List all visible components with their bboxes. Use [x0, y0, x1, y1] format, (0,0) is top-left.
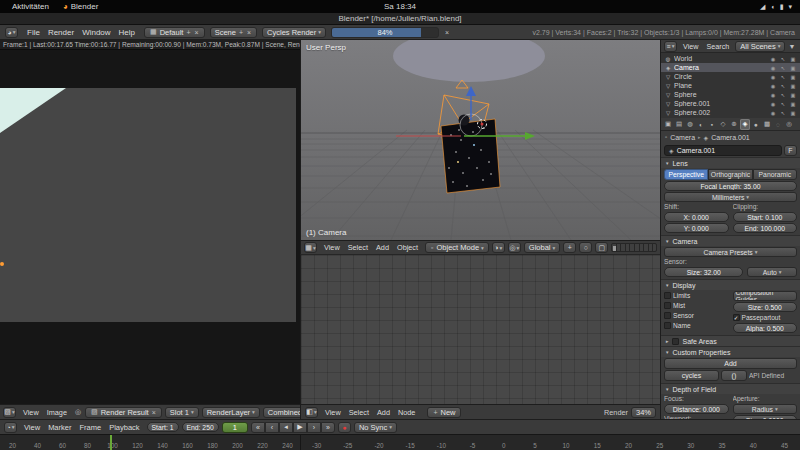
- properties-tab-icon[interactable]: ◇: [718, 119, 728, 130]
- render-percent-slider[interactable]: 34%: [631, 407, 656, 418]
- passepartout-alpha-field[interactable]: Alpha: 0.500: [733, 323, 798, 333]
- manipulator-scale-icon[interactable]: ▢: [595, 242, 608, 253]
- visibility-eye-icon[interactable]: ◉: [769, 101, 777, 107]
- play-reverse-button[interactable]: ◂: [279, 422, 293, 433]
- editor-type-button[interactable]: ◧▾: [305, 407, 318, 418]
- prev-keyframe-button[interactable]: ‹: [265, 422, 279, 433]
- close-icon[interactable]: ×: [194, 29, 200, 36]
- editor-type-button[interactable]: ▦▾: [304, 242, 317, 253]
- render-layer-select[interactable]: RenderLayer▾: [202, 407, 260, 418]
- outliner-item[interactable]: ◈ Camera ◉ ↖ ▣: [661, 63, 800, 72]
- properties-tab-icon[interactable]: ◐: [696, 119, 706, 130]
- editor-type-button[interactable]: ≡▾: [664, 41, 677, 52]
- visibility-eye-icon[interactable]: ◉: [769, 83, 777, 89]
- add-property-button[interactable]: Add: [664, 358, 797, 369]
- render-toggle-icon[interactable]: ▣: [789, 92, 797, 98]
- safe-areas-checkbox[interactable]: [672, 338, 679, 345]
- display-toggle[interactable]: Name: [664, 321, 729, 330]
- outliner-item[interactable]: ▽ Circle ◉ ↖ ▣: [661, 72, 800, 81]
- filter-icon[interactable]: ▼: [787, 43, 796, 50]
- outliner-item[interactable]: ▽ Sphere.002 ◉ ↖ ▣: [661, 108, 800, 117]
- selectability-cursor-icon[interactable]: ↖: [779, 92, 787, 98]
- outliner-item[interactable]: ◍ World ◉ ↖ ▣: [661, 54, 800, 63]
- render-toggle-icon[interactable]: ▣: [789, 56, 797, 62]
- visibility-eye-icon[interactable]: ◉: [769, 92, 777, 98]
- clip-start-field[interactable]: Start: 0.100: [733, 212, 798, 222]
- properties-tab-icon[interactable]: ◌: [773, 119, 783, 130]
- object-name[interactable]: Sphere.001: [674, 100, 767, 107]
- shift-y-field[interactable]: Y: 0.000: [664, 223, 729, 233]
- menu-item[interactable]: Add: [372, 243, 393, 252]
- editor-type-button[interactable]: ◕▾: [5, 27, 18, 38]
- panel-header-safe-areas[interactable]: ►Safe Areas: [661, 335, 800, 346]
- menu-item[interactable]: Search: [702, 42, 733, 51]
- cancel-render-icon[interactable]: ×: [444, 29, 450, 36]
- plus-icon[interactable]: +: [238, 29, 244, 36]
- layers-widget[interactable]: [611, 243, 657, 252]
- node-editor-canvas[interactable]: [300, 254, 660, 404]
- activities-button[interactable]: Aktivitäten: [8, 2, 53, 11]
- plus-icon[interactable]: +: [185, 29, 191, 36]
- panel-header-custom-properties[interactable]: ▼Custom Properties: [661, 346, 800, 357]
- lens-type-tab[interactable]: Perspective: [664, 169, 708, 180]
- volume-icon[interactable]: ◖: [770, 3, 774, 11]
- properties-tab-icon[interactable]: ◍: [685, 119, 695, 130]
- properties-tab-icon[interactable]: ▪: [707, 119, 717, 130]
- properties-tab-icon[interactable]: ⊕: [729, 119, 739, 130]
- manipulator-rotate-icon[interactable]: ○: [579, 242, 592, 253]
- outliner-item[interactable]: ▽ Plane ◉ ↖ ▣: [661, 81, 800, 90]
- window-titlebar[interactable]: Blender* [/home/Julien/Rian.blend]: [0, 13, 800, 25]
- frame-end-field[interactable]: End: 250: [182, 422, 219, 432]
- pivot-center-button[interactable]: ◎▾: [508, 242, 521, 253]
- menu-item[interactable]: Help: [115, 28, 139, 37]
- properties-tab-icon[interactable]: ●: [751, 119, 761, 130]
- shift-x-field[interactable]: X: 0.000: [664, 212, 729, 222]
- selectability-cursor-icon[interactable]: ↖: [779, 101, 787, 107]
- fake-user-button[interactable]: F: [784, 145, 797, 156]
- menu-item[interactable]: Select: [345, 408, 373, 417]
- timeline-ruler-seconds[interactable]: -30-25-20-15-10-5051015202530354045: [300, 434, 800, 450]
- new-datablock-button[interactable]: +New: [427, 407, 460, 418]
- menu-item[interactable]: View: [19, 408, 43, 417]
- object-name[interactable]: Sphere.002: [674, 109, 767, 116]
- outliner-item[interactable]: ▽ Sphere.001 ◉ ↖ ▣: [661, 99, 800, 108]
- network-icon[interactable]: ◢: [760, 3, 765, 11]
- app-menu[interactable]: ◕ Blender: [63, 2, 98, 11]
- selectability-cursor-icon[interactable]: ↖: [779, 74, 787, 80]
- object-name[interactable]: Plane: [674, 82, 767, 89]
- pin-icon[interactable]: ◎: [74, 408, 82, 416]
- menu-item[interactable]: View: [20, 423, 44, 432]
- interaction-mode-select[interactable]: ▫Object Mode▾: [425, 242, 489, 253]
- menu-item[interactable]: Render: [44, 28, 78, 37]
- properties-tab-icon[interactable]: ▤: [674, 119, 684, 130]
- battery-icon[interactable]: ▮: [780, 3, 784, 11]
- breadcrumb-data[interactable]: Camera.001: [711, 134, 750, 141]
- menu-item[interactable]: Marker: [44, 423, 75, 432]
- render-toggle-icon[interactable]: ▣: [789, 65, 797, 71]
- object-name[interactable]: World: [674, 55, 767, 62]
- next-keyframe-button[interactable]: ›: [307, 422, 321, 433]
- lens-type-tab[interactable]: Orthographic: [708, 169, 752, 180]
- outliner-item[interactable]: ▽ Sphere ◉ ↖ ▣: [661, 90, 800, 99]
- render-pass-select[interactable]: Combined▾: [263, 407, 300, 418]
- editor-type-button[interactable]: ▨▾: [3, 407, 16, 418]
- display-toggle[interactable]: Limits: [664, 291, 729, 300]
- datablock-name-field[interactable]: ◈Camera.001: [664, 145, 782, 156]
- properties-tab-icon[interactable]: ◎: [784, 119, 794, 130]
- transform-orientation-select[interactable]: Global▾: [524, 242, 560, 253]
- menu-item[interactable]: View: [320, 243, 344, 252]
- close-icon[interactable]: ×: [246, 29, 252, 36]
- menu-item[interactable]: Playback: [105, 423, 143, 432]
- timeline-ruler-frames[interactable]: 20406080100120140160180200220240: [0, 434, 300, 450]
- selectability-cursor-icon[interactable]: ↖: [779, 83, 787, 89]
- camera-presets-select[interactable]: Camera Presets▾: [664, 247, 797, 257]
- menu-item[interactable]: Frame: [75, 423, 105, 432]
- menu-item[interactable]: Object: [393, 243, 422, 252]
- menu-item[interactable]: File: [23, 28, 44, 37]
- menu-item[interactable]: Select: [344, 243, 372, 252]
- jump-end-button[interactable]: »: [321, 422, 335, 433]
- panel-header-display[interactable]: ▼Display: [661, 279, 800, 290]
- menu-item[interactable]: Window: [78, 28, 114, 37]
- close-icon[interactable]: ×: [151, 409, 157, 416]
- sensor-fit-select[interactable]: Auto▾: [747, 267, 797, 277]
